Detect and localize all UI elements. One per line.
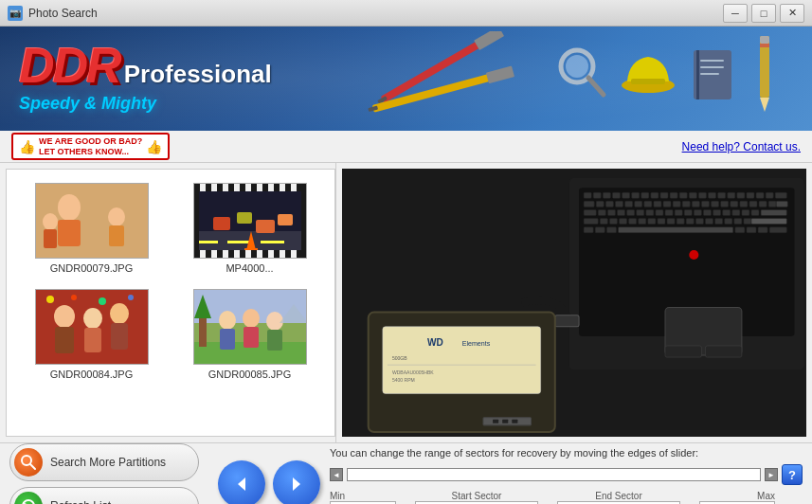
feedback-badge[interactable]: 👍 WE ARE GOOD OR BAD? LET OTHERS KNOW...… — [11, 133, 170, 161]
svg-rect-13 — [700, 60, 724, 62]
svg-rect-119 — [713, 209, 721, 215]
svg-marker-171 — [238, 477, 245, 491]
svg-rect-145 — [606, 227, 616, 233]
svg-rect-22 — [58, 220, 81, 246]
help-link[interactable]: Need help? Contact us. — [682, 140, 801, 153]
slider-right-arrow[interactable]: ► — [765, 468, 778, 481]
svg-rect-35 — [261, 241, 284, 243]
ddr-logo: DDR Professional Speedy & Mighty — [19, 41, 272, 114]
svg-rect-68 — [623, 192, 630, 198]
svg-rect-140 — [734, 219, 742, 225]
svg-rect-147 — [735, 227, 745, 233]
window-controls: ─ □ ✕ — [723, 4, 804, 23]
svg-rect-89 — [625, 201, 633, 207]
svg-rect-55 — [220, 329, 235, 350]
feedback-line2: LET OTHERS KNOW... — [39, 147, 142, 157]
svg-rect-92 — [654, 201, 661, 207]
svg-point-152 — [689, 250, 698, 260]
svg-rect-144 — [595, 227, 604, 233]
svg-rect-129 — [629, 219, 637, 225]
svg-rect-19 — [760, 44, 769, 47]
sector-description: You can change the range of sectors for … — [330, 447, 803, 459]
svg-rect-14 — [700, 66, 724, 68]
svg-rect-114 — [665, 209, 673, 215]
maximize-button[interactable]: □ — [751, 4, 776, 23]
svg-rect-116 — [684, 209, 692, 215]
magnifier-icon — [556, 45, 608, 102]
pencil-icon — [746, 31, 784, 117]
list-item[interactable]: GNDR00084.JPG — [16, 285, 167, 384]
previous-button[interactable] — [218, 460, 265, 505]
svg-rect-142 — [751, 219, 786, 225]
left-panel: GNDR00079.JPG — [0, 163, 336, 442]
svg-rect-88 — [615, 201, 623, 207]
svg-rect-141 — [744, 219, 751, 225]
svg-rect-80 — [737, 192, 745, 198]
sector-help-button[interactable]: ? — [782, 464, 803, 485]
list-item[interactable]: MP4000... — [174, 179, 325, 278]
svg-point-7 — [566, 55, 588, 78]
search-partitions-button[interactable]: Search More Partitions — [9, 443, 199, 481]
nav-buttons — [218, 460, 320, 505]
svg-rect-78 — [718, 192, 726, 198]
feedback-line1: WE ARE GOOD OR BAD? — [39, 136, 142, 147]
svg-rect-81 — [747, 192, 754, 198]
svg-rect-166 — [502, 420, 508, 423]
thumbnail-video — [193, 183, 307, 259]
top-bar: 👍 WE ARE GOOD OR BAD? LET OTHERS KNOW...… — [0, 131, 812, 163]
svg-rect-31 — [256, 220, 275, 233]
svg-rect-98 — [712, 201, 719, 207]
svg-rect-131 — [648, 219, 656, 225]
svg-rect-109 — [617, 209, 624, 215]
svg-rect-79 — [728, 192, 735, 198]
thumbnail-group — [193, 289, 307, 365]
refresh-icon — [14, 492, 43, 505]
list-item[interactable]: GNDR00079.JPG — [16, 179, 167, 278]
book-icon — [689, 45, 736, 102]
search-button-label: Search More Partitions — [50, 456, 166, 469]
minimize-button[interactable]: ─ — [723, 4, 748, 23]
min-label: Min — [330, 491, 345, 501]
svg-rect-106 — [584, 209, 596, 215]
svg-line-8 — [588, 78, 604, 95]
end-sector-label: End Sector — [595, 491, 641, 501]
slider-container: ◄ ► ? — [330, 464, 803, 485]
svg-rect-87 — [605, 201, 613, 207]
svg-point-54 — [219, 311, 236, 330]
svg-rect-72 — [660, 192, 668, 198]
thumbnail-party — [35, 289, 149, 365]
svg-rect-155 — [555, 315, 579, 327]
svg-rect-74 — [679, 192, 687, 198]
svg-rect-26 — [109, 225, 124, 246]
svg-rect-128 — [620, 219, 627, 225]
svg-rect-143 — [584, 227, 593, 233]
refresh-list-button[interactable]: Refresh List — [9, 487, 199, 505]
slider-track[interactable] — [347, 468, 761, 481]
svg-rect-153 — [665, 346, 701, 357]
svg-point-23 — [43, 213, 58, 230]
close-button[interactable]: ✕ — [780, 4, 804, 23]
svg-rect-76 — [698, 192, 706, 198]
hardhat-icon — [618, 45, 679, 102]
right-controls: You can change the range of sectors for … — [330, 447, 803, 504]
slider-left-arrow[interactable]: ◄ — [330, 468, 343, 481]
preview-image: WD Elements 500GB WDBAAU0005HBK 5400 RPM — [342, 169, 806, 437]
svg-rect-105 — [776, 201, 787, 207]
svg-point-46 — [71, 295, 77, 300]
svg-rect-66 — [603, 192, 610, 198]
svg-text:500GB: 500GB — [392, 355, 407, 361]
svg-rect-97 — [701, 201, 709, 207]
svg-rect-12 — [696, 50, 699, 99]
svg-rect-108 — [607, 209, 615, 215]
professional-text: Professional — [124, 60, 272, 89]
svg-text:WDBAAU0005HBK: WDBAAU0005HBK — [392, 369, 434, 375]
svg-rect-10 — [631, 79, 665, 84]
list-item[interactable]: GNDR00085.JPG — [174, 285, 325, 384]
next-button[interactable] — [273, 460, 320, 505]
file-name: GNDR00084.JPG — [50, 369, 133, 380]
max-label: Max — [757, 491, 775, 501]
svg-rect-133 — [667, 219, 675, 225]
svg-rect-132 — [658, 219, 665, 225]
svg-rect-82 — [756, 192, 764, 198]
svg-rect-130 — [639, 219, 646, 225]
